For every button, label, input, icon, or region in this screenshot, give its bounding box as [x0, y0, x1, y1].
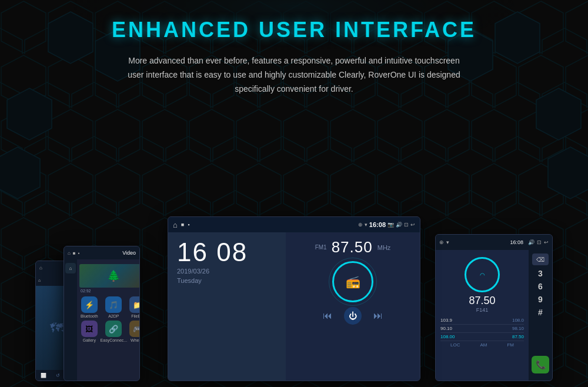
left-icon1: ■	[73, 251, 76, 256]
clock-display: 16 08	[177, 239, 277, 265]
clock-date: 2019/03/26	[177, 268, 277, 275]
sidebar-icon1: ⌂	[65, 263, 76, 273]
screen-center: ⌂ ■ ▪ ⊕ ▾ 16:08 📷 🔊 ⊡ ↩ 16 08	[168, 216, 420, 381]
easyconnect-icon: 🔗	[105, 321, 122, 337]
bluetooth-icon: ⚡	[81, 296, 98, 313]
center-clock-panel: 16 08 2019/03/26 Tuesday	[168, 232, 286, 381]
phone-icon: 📞	[536, 360, 546, 369]
radio-next-btn[interactable]: ⏭	[373, 311, 383, 321]
center-icon1: ■	[181, 222, 184, 228]
right-radio-main: ◠ 87.50 F141 103.9 108.0 90.10 98.10	[436, 250, 529, 381]
app-grid-left: ⚡ Bluetooth 🎵 A2DP 📁 FileB... 🖼	[79, 294, 140, 345]
file-label: FileB...	[131, 314, 140, 318]
app-cell-gallery[interactable]: 🖼 Gallery	[81, 321, 98, 342]
right-hash[interactable]: #	[538, 308, 543, 317]
radio-icon: 📻	[346, 275, 360, 289]
right-delete-btn[interactable]: ⌫	[532, 253, 549, 265]
center-location-icon: ⊕	[358, 222, 363, 228]
radio-unit: MHz	[377, 244, 391, 251]
app-cell-file[interactable]: 📁 FileB...	[129, 296, 140, 318]
gallery-icon: 🖼	[81, 321, 98, 337]
right-station-2: 90.10 98.10	[440, 325, 524, 333]
center-header: ⌂ ■ ▪ ⊕ ▾ 16:08 📷 🔊 ⊡ ↩	[168, 217, 420, 232]
left-title: Video	[122, 250, 136, 256]
radio-prev-btn[interactable]: ⏮	[323, 311, 332, 321]
right-frequency: 87.50	[440, 295, 524, 307]
far-left-nav-label: ⌂	[38, 278, 41, 282]
right-numpad: ⌫ 3 6 9 # 📞	[529, 250, 552, 381]
center-time: 16:08	[369, 221, 386, 228]
file-icon: 📁	[129, 296, 140, 313]
right-num-3[interactable]: 3	[538, 269, 543, 278]
center-icon2: ▪	[188, 222, 189, 228]
left-body: ⌂ 🌲 02:92 ⚡ Bluetooth	[64, 259, 139, 381]
center-cam-icon: 📷	[387, 222, 394, 228]
right-screen-icon: ⊡	[537, 239, 542, 245]
radio-frequency: 87.50	[332, 238, 373, 256]
screen-right: ⊕ ▾ 16:08 🔊 ⊡ ↩ ◠ 87.50 F141	[435, 234, 553, 381]
app-cell-easy[interactable]: 🔗 EasyConnec...	[101, 321, 128, 342]
center-radio-panel: FM1 87.50 MHz 📻 ⏮ ⏻ ⏭	[286, 232, 420, 381]
center-back-icon[interactable]: ↩	[410, 222, 415, 228]
radio-power-btn[interactable]: ⏻	[344, 307, 362, 325]
center-home-icon[interactable]: ⌂	[173, 221, 178, 229]
center-screen-icon: ⊡	[404, 222, 409, 228]
right-station-3: 108.00 87.50	[440, 333, 524, 341]
page-title: ENHANCED USER INTERFACE	[112, 18, 476, 42]
bluetooth-label: Bluetooth	[81, 314, 98, 318]
radio-display: FM1 87.50 MHz	[292, 238, 414, 256]
wheel-label: Whee...	[131, 338, 140, 342]
right-body: ◠ 87.50 F141 103.9 108.0 90.10 98.10	[436, 250, 552, 381]
right-header: ⊕ ▾ 16:08 🔊 ⊡ ↩	[436, 235, 552, 250]
right-station-list: 103.9 108.0 90.10 98.10 108.00 87.50 L	[440, 316, 524, 349]
left-header: ⌂ ■ ▪ Video	[64, 246, 139, 259]
right-station-1: 103.9 108.0	[440, 316, 524, 325]
right-vol-icon: 🔊	[528, 239, 534, 245]
easyconnect-label: EasyConnec...	[101, 338, 128, 342]
right-wifi-icon: ▾	[446, 239, 449, 245]
title-section: ENHANCED USER INTERFACE More advanced th…	[112, 18, 476, 96]
far-left-bottom-icon2: ↺	[56, 373, 60, 378]
left-sidebar: ⌂	[64, 259, 77, 381]
far-left-bottom-icon1: ⬜	[41, 373, 46, 378]
a2dp-icon: 🎵	[105, 296, 122, 313]
a2dp-label: A2DP	[108, 314, 119, 318]
right-loc-icon: ⊕	[439, 239, 444, 245]
right-radio-arc: ◠	[480, 272, 485, 278]
app-icons-row: 📍 Navigation 📻 Radio 🎵 Music ▶ Video ⚙	[168, 381, 420, 381]
screens-container: ⌂ ⌂ 🗺 ⬜ ↺ ■ ⌂ ■ ▪ V	[0, 102, 588, 387]
radio-band-label: FM1	[315, 244, 327, 251]
right-time: 16:08	[510, 239, 523, 245]
left-bottom-bar: ⬜ ↺ ■	[64, 381, 139, 381]
gallery-label: Gallery	[83, 338, 96, 342]
left-main: 🌲 02:92 ⚡ Bluetooth 🎵 A2DP	[77, 259, 140, 381]
center-wifi-icon: ▾	[365, 222, 368, 228]
right-num-6[interactable]: 6	[538, 282, 543, 291]
far-left-home-icon: ⌂	[39, 265, 42, 271]
video-thumb-icon: 🌲	[107, 269, 120, 282]
page-subtitle: More advanced than ever before, features…	[112, 54, 476, 96]
clock-day: Tuesday	[177, 277, 277, 284]
page-content: ENHANCED USER INTERFACE More advanced th…	[0, 0, 588, 387]
radio-controls: ⏮ ⏻ ⏭	[323, 307, 383, 325]
center-vol-icon: 🔊	[396, 222, 402, 228]
right-freq-label: F141	[440, 307, 524, 313]
app-cell-wheel[interactable]: 🎮 Whee...	[129, 321, 140, 342]
right-freq-labels: LOC AM FM	[440, 341, 524, 349]
right-radio-circle: ◠	[465, 257, 500, 292]
app-cell-a2dp[interactable]: 🎵 A2DP	[101, 296, 128, 318]
right-back-icon[interactable]: ↩	[544, 239, 549, 245]
map-icon: 🗺	[50, 321, 63, 336]
left-home-icon: ⌂	[68, 251, 71, 256]
right-num-9[interactable]: 9	[538, 295, 543, 304]
app-cell-bluetooth[interactable]: ⚡ Bluetooth	[81, 296, 98, 318]
center-body: 16 08 2019/03/26 Tuesday FM1 87.50 MHz 📻	[168, 232, 420, 381]
left-icon2: ▪	[78, 251, 80, 256]
video-thumb: 🌲	[79, 264, 140, 288]
video-time: 02:92	[79, 288, 140, 294]
right-call-button[interactable]: 📞	[532, 356, 549, 373]
radio-circle: 📻	[332, 261, 373, 302]
wheel-icon: 🎮	[129, 321, 140, 337]
center-status: ⊕ ▾ 16:08 📷 🔊 ⊡ ↩	[358, 221, 415, 228]
screen-left: ⌂ ■ ▪ Video ⌂ 🌲 02:92	[64, 246, 140, 381]
